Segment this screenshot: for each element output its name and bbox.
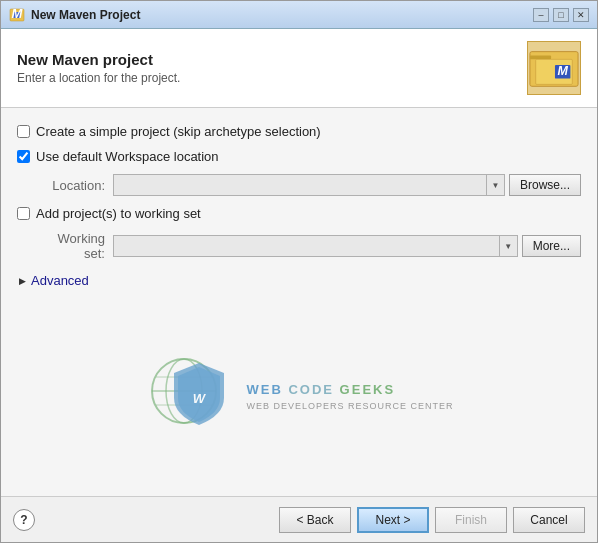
footer-right: < Back Next > Finish Cancel xyxy=(279,507,585,533)
working-set-dropdown-arrow[interactable]: ▼ xyxy=(499,236,517,256)
wcg-sub-text: WEB DEVELOPERS RESOURCE CENTER xyxy=(246,401,453,411)
wcg-logo: W WEB CODE GEEKS WEB DEVELOPERS RESOURCE… xyxy=(144,353,453,428)
location-input-group: ▼ Browse... xyxy=(113,174,581,196)
wcg-text-code: CODE xyxy=(283,382,334,397)
close-button[interactable]: ✕ xyxy=(573,8,589,22)
window-title: New Maven Project xyxy=(31,8,140,22)
working-set-input[interactable] xyxy=(114,236,499,256)
advanced-row[interactable]: ▶ Advanced xyxy=(17,271,581,290)
footer-bar: ? < Back Next > Finish Cancel xyxy=(1,496,597,542)
simple-project-row: Create a simple project (skip archetype … xyxy=(17,124,581,139)
help-button[interactable]: ? xyxy=(13,509,35,531)
wcg-main-text: WEB CODE GEEKS xyxy=(246,370,453,401)
location-label: Location: xyxy=(37,178,105,193)
title-bar-icon: M xyxy=(9,7,25,23)
wcg-text-area: WEB CODE GEEKS WEB DEVELOPERS RESOURCE C… xyxy=(246,370,453,411)
svg-text:M: M xyxy=(557,64,568,78)
svg-rect-4 xyxy=(530,55,551,59)
location-combo: ▼ xyxy=(113,174,505,196)
wcg-text-web: WEB xyxy=(246,382,282,397)
cancel-button[interactable]: Cancel xyxy=(513,507,585,533)
location-dropdown-arrow[interactable]: ▼ xyxy=(486,175,504,195)
maven-logo-svg: M xyxy=(528,41,580,95)
wcg-watermark: W WEB CODE GEEKS WEB DEVELOPERS RESOURCE… xyxy=(144,353,453,428)
location-input[interactable] xyxy=(114,175,486,195)
svg-text:M: M xyxy=(12,7,24,21)
default-workspace-row: Use default Workspace location xyxy=(17,149,581,164)
next-button[interactable]: Next > xyxy=(357,507,429,533)
minimize-button[interactable]: – xyxy=(533,8,549,22)
working-set-checkbox-row: Add project(s) to working set xyxy=(17,206,581,221)
working-set-label: Add project(s) to working set xyxy=(36,206,201,221)
advanced-triangle-icon: ▶ xyxy=(17,276,27,286)
maven-header-icon: M xyxy=(527,41,581,95)
default-workspace-checkbox[interactable] xyxy=(17,150,30,163)
content-area: New Maven project Enter a location for t… xyxy=(1,29,597,496)
location-row: Location: ▼ Browse... xyxy=(17,174,581,196)
watermark-area: W WEB CODE GEEKS WEB DEVELOPERS RESOURCE… xyxy=(17,300,581,480)
wcg-text-geeks: GEEKS xyxy=(334,382,395,397)
back-button[interactable]: < Back xyxy=(279,507,351,533)
title-bar-left: M New Maven Project xyxy=(9,7,140,23)
page-title: New Maven project xyxy=(17,51,527,68)
browse-button[interactable]: Browse... xyxy=(509,174,581,196)
default-workspace-label: Use default Workspace location xyxy=(36,149,219,164)
working-set-input-group: ▼ More... xyxy=(113,235,581,257)
header-text: New Maven project Enter a location for t… xyxy=(17,51,527,85)
svg-point-9 xyxy=(166,359,202,423)
more-button[interactable]: More... xyxy=(522,235,581,257)
working-set-checkbox[interactable] xyxy=(17,207,30,220)
working-set-combo: ▼ xyxy=(113,235,518,257)
working-set-field-label: Working set: xyxy=(37,231,105,261)
maximize-button[interactable]: □ xyxy=(553,8,569,22)
svg-text:W: W xyxy=(193,391,207,406)
working-set-field-row: Working set: ▼ More... xyxy=(17,231,581,261)
title-bar: M New Maven Project – □ ✕ xyxy=(1,1,597,29)
simple-project-label: Create a simple project (skip archetype … xyxy=(36,124,321,139)
advanced-label: Advanced xyxy=(31,273,89,288)
wcg-logo-svg: W xyxy=(144,353,234,428)
simple-project-checkbox[interactable] xyxy=(17,125,30,138)
title-bar-buttons: – □ ✕ xyxy=(533,8,589,22)
main-window: M New Maven Project – □ ✕ New Maven proj… xyxy=(0,0,598,543)
main-form: Create a simple project (skip archetype … xyxy=(1,108,597,496)
header-panel: New Maven project Enter a location for t… xyxy=(1,29,597,108)
footer-left: ? xyxy=(13,509,35,531)
finish-button[interactable]: Finish xyxy=(435,507,507,533)
svg-point-8 xyxy=(152,359,216,423)
page-subtitle: Enter a location for the project. xyxy=(17,71,527,85)
